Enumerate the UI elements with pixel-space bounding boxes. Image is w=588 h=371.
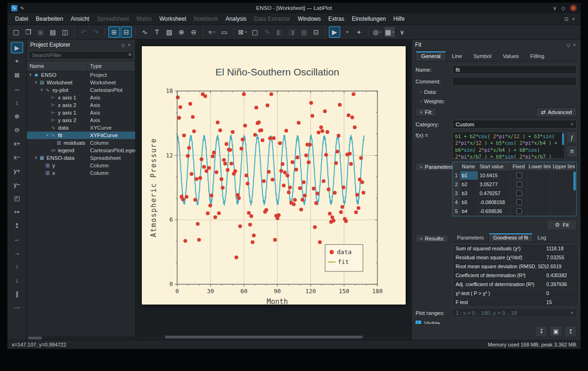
formula-editor[interactable]: b1 + b2*cos( 2*pi*x/12 ) + b3*sin( 2*pi*… bbox=[452, 132, 565, 159]
plot-zoom-in-y-icon[interactable]: y+ bbox=[11, 165, 23, 176]
dock-close-icon[interactable]: × bbox=[572, 42, 577, 48]
param-start-value-cell[interactable]: 10.6415 bbox=[478, 171, 511, 180]
worksheet-canvas[interactable]: 0306090120150180061218El Niño-Southern O… bbox=[136, 40, 411, 335]
navigate-region-icon[interactable]: ⊡ bbox=[310, 26, 322, 38]
param-fixed-cell[interactable] bbox=[511, 171, 527, 180]
print-icon[interactable]: ▤ bbox=[47, 26, 58, 38]
menu-extras[interactable]: Extras bbox=[325, 14, 348, 24]
subwindow-restore-button[interactable]: ⊡ bbox=[563, 16, 570, 22]
param-lower-limit-cell[interactable] bbox=[527, 171, 551, 180]
menu-windows[interactable]: Windows bbox=[294, 14, 325, 24]
save-template-button[interactable]: ▣ bbox=[550, 326, 562, 337]
param-name-cell[interactable]: b4 bbox=[460, 207, 478, 216]
worksheet-horizontal-scrollbar[interactable] bbox=[137, 335, 410, 339]
tree-row-y-axis-1[interactable]: ⊢y axis 1Axis bbox=[27, 109, 135, 116]
tree-row-y-axis-2[interactable]: ⊢y axis 2Axis bbox=[27, 116, 135, 124]
presenter-mode-icon[interactable]: ▦∨ bbox=[384, 26, 395, 38]
add-curve-icon[interactable]: ≈∨ bbox=[206, 26, 218, 38]
advanced-button[interactable]: ⇄ Advanced bbox=[536, 107, 577, 117]
timer-icon[interactable]: ◔ bbox=[341, 26, 352, 38]
menu-analysis[interactable]: Analysis bbox=[222, 14, 251, 24]
plot-zoom-in-x-icon[interactable]: x+ bbox=[11, 138, 23, 149]
tree-row-x[interactable]: ▥xColumn bbox=[27, 169, 135, 177]
parameters-table[interactable]: NameStart valueFixedLower limitUpper lim… bbox=[452, 162, 577, 216]
close-button[interactable]: × bbox=[570, 5, 577, 11]
minimize-button[interactable]: ∨ bbox=[553, 6, 556, 11]
add-text-label-icon[interactable]: T bbox=[151, 26, 163, 38]
tree-row-worksheet[interactable]: ∨▤WorksheetWorksheet bbox=[27, 79, 135, 86]
plot-select-mode-icon[interactable]: ▶ bbox=[11, 42, 23, 53]
dock-float-icon[interactable]: ◇ bbox=[565, 42, 572, 48]
explorer-float-icon[interactable]: ◇ bbox=[120, 42, 126, 48]
plot-zoom-select-mode-icon[interactable]: ⊠ bbox=[11, 69, 23, 81]
plot-zoom-out-y-icon[interactable]: y− bbox=[11, 179, 23, 190]
param-upper-limit-cell[interactable] bbox=[551, 207, 575, 216]
search-input[interactable] bbox=[29, 51, 133, 59]
fixed-checkbox[interactable] bbox=[516, 181, 522, 187]
tree-row-x-axis-2[interactable]: ⊢x axis 2Axis bbox=[27, 101, 135, 109]
plot-more-actions-icon[interactable]: ⋯ bbox=[11, 302, 23, 313]
plot-zoom-out-icon[interactable]: ⊖ bbox=[11, 124, 23, 135]
crosshair-icon[interactable]: ⌖ bbox=[353, 26, 365, 38]
fit-section-toggle[interactable]: ∨ Fit: bbox=[416, 108, 437, 116]
param-lower-limit-cell[interactable] bbox=[527, 189, 551, 198]
tree-row-enso-data[interactable]: ∨▦ENSO-dataSpreadsheet bbox=[27, 154, 135, 162]
fixed-checkbox[interactable] bbox=[516, 173, 522, 178]
explorer-horizontal-scrollbar[interactable] bbox=[27, 336, 135, 340]
plot-auto-scale-y-icon[interactable]: ↥ bbox=[11, 220, 23, 231]
weights-section-toggle[interactable]: › Weights: bbox=[416, 99, 577, 104]
comment-field[interactable] bbox=[452, 77, 577, 86]
parameters-scrollbar[interactable] bbox=[573, 172, 576, 190]
plot-shift-left-x-icon[interactable]: ← bbox=[11, 233, 23, 245]
plot-shift-down-y-icon[interactable]: ↓ bbox=[11, 274, 23, 286]
new-project-icon[interactable]: ▢ bbox=[10, 26, 22, 38]
load-template-button[interactable]: ↧ bbox=[535, 326, 547, 337]
fixed-checkbox[interactable] bbox=[516, 199, 522, 205]
category-combobox[interactable]: Custom ∨ bbox=[452, 120, 577, 129]
param-start-value-cell[interactable]: -0.0808158 bbox=[478, 198, 511, 207]
param-start-value-cell[interactable]: -0.699536 bbox=[478, 207, 511, 216]
plot-shift-right-x-icon[interactable]: → bbox=[11, 247, 23, 258]
menu-datei[interactable]: Datei bbox=[11, 14, 32, 24]
formula-scrollbar[interactable] bbox=[562, 133, 564, 145]
tree-row-x-axis-1[interactable]: ⊢x axis 1Axis bbox=[27, 94, 135, 101]
worksheet-sheet[interactable]: 0306090120150180061218El Niño-Southern O… bbox=[142, 46, 406, 305]
tree-row-legend[interactable]: ▭legendCartesianPlotLegen bbox=[27, 147, 135, 154]
zoom-mode-icon[interactable]: ◎∨ bbox=[372, 26, 383, 38]
fixed-checkbox[interactable] bbox=[516, 208, 522, 214]
tab-general[interactable]: General bbox=[416, 51, 446, 61]
tree-row-fit[interactable]: ∨∿fitXYFitCurve bbox=[27, 132, 135, 139]
filter-options-icon[interactable]: ≡ bbox=[129, 51, 131, 57]
data-section-toggle[interactable]: › Data: bbox=[416, 89, 577, 95]
menu-einstellungen[interactable]: Einstellungen bbox=[348, 14, 390, 24]
insert-function-button[interactable]: ƒ bbox=[566, 132, 578, 144]
tile-windows-icon[interactable]: ⊞ bbox=[108, 26, 120, 38]
param-name-cell[interactable]: b3 bbox=[460, 189, 478, 198]
tab-symbol[interactable]: Symbol bbox=[468, 51, 497, 61]
subwindow-close-button[interactable]: × bbox=[570, 16, 577, 22]
tree-row-enso[interactable]: ∨◆ENSOProject bbox=[27, 71, 135, 79]
toolbar-overflow-icon[interactable]: ∨ bbox=[396, 26, 408, 38]
plot-zoom-out-x-icon[interactable]: x− bbox=[11, 151, 23, 163]
tree-row-residuals[interactable]: ▥residualsColumn bbox=[27, 139, 135, 147]
param-lower-limit-cell[interactable] bbox=[527, 180, 551, 189]
param-start-value-cell[interactable]: 0.479257 bbox=[478, 189, 511, 198]
results-tab-log[interactable]: Log bbox=[533, 233, 551, 242]
tab-line[interactable]: Line bbox=[446, 51, 468, 61]
param-fixed-cell[interactable] bbox=[511, 207, 527, 216]
zoom-out-worksheet-icon[interactable]: ⊖ bbox=[188, 26, 199, 38]
open-project-icon[interactable]: ❐ bbox=[23, 26, 34, 38]
plot-zoom-y-select-mode-icon[interactable]: ↕ bbox=[11, 97, 23, 108]
plot-cursor-mode-icon[interactable]: ∥ bbox=[11, 288, 23, 299]
param-upper-limit-cell[interactable] bbox=[551, 189, 575, 198]
maximize-button[interactable]: ◇ bbox=[562, 6, 565, 11]
results-section-toggle[interactable]: ∨ Results: bbox=[416, 234, 449, 243]
plot-auto-scale-x-icon[interactable]: ↦ bbox=[11, 206, 23, 217]
menu-hilfe[interactable]: Hilfe bbox=[390, 14, 408, 24]
menu-worksheet[interactable]: Worksheet bbox=[155, 14, 190, 24]
plot-zoom-x-select-mode-icon[interactable]: ↔ bbox=[11, 83, 23, 94]
plot-zoom-in-icon[interactable]: ⊕ bbox=[11, 110, 23, 122]
param-upper-limit-cell[interactable] bbox=[551, 180, 575, 189]
results-tab-parameters[interactable]: Parameters bbox=[452, 233, 489, 242]
select-region-icon[interactable]: ⊠∨ bbox=[237, 26, 248, 38]
